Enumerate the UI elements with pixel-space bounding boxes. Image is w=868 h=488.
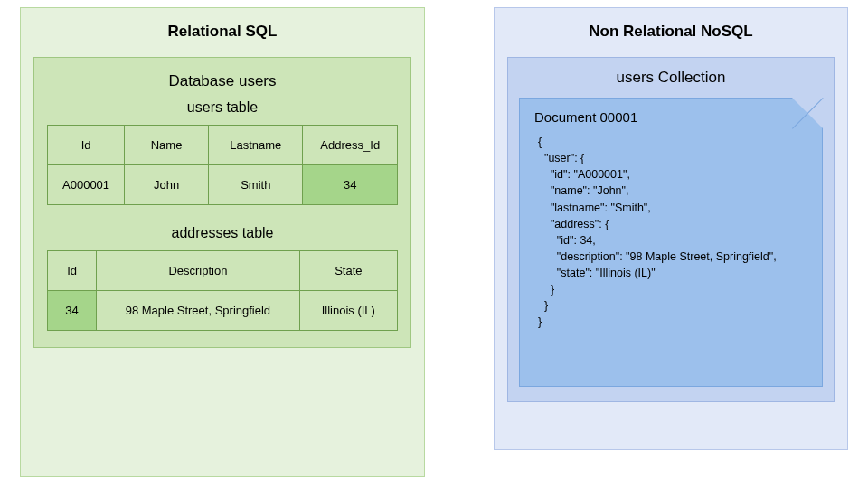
document-fold-icon: [792, 98, 823, 128]
nosql-panel: Non Relational NoSQL users Collection Do…: [494, 7, 848, 450]
th-address-id: Address_Id: [303, 126, 398, 165]
td-id: 34: [48, 291, 97, 331]
td-address-id: 34: [303, 165, 398, 205]
th-id: Id: [48, 251, 97, 291]
database-box: Database users users table Id Name Lastn…: [33, 57, 411, 348]
addresses-table: Id Description State 34 98 Maple Street,…: [47, 250, 398, 331]
nosql-title: Non Relational NoSQL: [495, 8, 847, 53]
th-name: Name: [125, 126, 209, 165]
document-box: Document 00001 { "user": { "id": "A00000…: [519, 98, 823, 387]
th-lastname: Lastname: [209, 126, 303, 165]
table-row: A000001 John Smith 34: [48, 165, 398, 205]
td-state: Illinois (IL): [299, 291, 397, 331]
table-row: 34 98 Maple Street, Springfield Illinois…: [48, 291, 398, 331]
users-table: Id Name Lastname Address_Id A000001 John…: [47, 125, 398, 205]
td-id: A000001: [48, 165, 125, 205]
th-state: State: [299, 251, 397, 291]
database-title: Database users: [47, 72, 398, 90]
addresses-table-title: addresses table: [47, 225, 398, 241]
document-title: Document 00001: [534, 109, 813, 125]
table-header-row: Id Name Lastname Address_Id: [48, 126, 398, 165]
relational-panel: Relational SQL Database users users tabl…: [20, 7, 425, 477]
relational-title: Relational SQL: [21, 8, 424, 53]
td-lastname: Smith: [209, 165, 303, 205]
collection-box: users Collection Document 00001 { "user"…: [507, 57, 835, 402]
document-json: { "user": { "id": "A000001", "name": "Jo…: [538, 134, 807, 331]
td-name: John: [125, 165, 209, 205]
th-description: Description: [97, 251, 299, 291]
td-description: 98 Maple Street, Springfield: [97, 291, 299, 331]
collection-title: users Collection: [519, 69, 823, 87]
th-id: Id: [48, 126, 125, 165]
table-header-row: Id Description State: [48, 251, 398, 291]
users-table-title: users table: [47, 99, 398, 116]
